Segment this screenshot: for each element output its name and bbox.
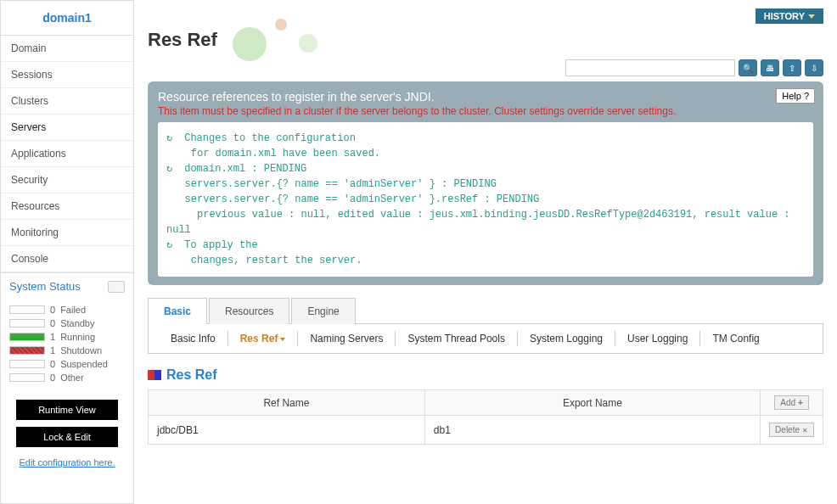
status-running: 1Running: [9, 330, 125, 344]
edit-config-link[interactable]: Edit configuration here.: [1, 454, 133, 476]
search-icon[interactable]: 🔍: [739, 59, 757, 76]
nav-item-servers[interactable]: Servers: [1, 115, 133, 141]
nav-item-clusters[interactable]: Clusters: [1, 88, 133, 115]
tab-engine[interactable]: Engine: [291, 298, 355, 324]
runtime-view-button[interactable]: Runtime View: [16, 400, 118, 420]
subtab-tm-config[interactable]: TM Config: [700, 331, 771, 346]
status-failed: 0Failed: [9, 303, 125, 316]
nav-item-security[interactable]: Security: [1, 167, 133, 193]
sidebar: domain1 Domain Sessions Clusters Servers…: [0, 0, 134, 504]
tab-resources[interactable]: Resources: [209, 298, 289, 324]
plus-icon: [798, 398, 803, 407]
export-icon[interactable]: ⇪: [783, 59, 801, 76]
nav-item-sessions[interactable]: Sessions: [1, 62, 133, 88]
subtab-user-logging[interactable]: User Logging: [615, 331, 700, 346]
system-status-label: System Status: [9, 280, 81, 293]
nav-item-monitoring[interactable]: Monitoring: [1, 220, 133, 246]
chevron-down-icon: [808, 14, 815, 19]
history-button[interactable]: HISTORY: [756, 8, 823, 24]
subtab-res-ref[interactable]: Res Ref: [228, 331, 299, 346]
section-title: Res Ref: [148, 367, 823, 383]
delete-button[interactable]: Delete: [769, 423, 814, 437]
subtab-system-logging[interactable]: System Logging: [518, 331, 615, 346]
col-export-name: Export Name: [424, 390, 760, 416]
refresh-icon: ↻: [166, 238, 178, 253]
print-icon[interactable]: 🖶: [761, 59, 779, 76]
history-label: HISTORY: [764, 11, 805, 21]
info-title: Resource references to register in the s…: [158, 90, 813, 104]
tab-basic[interactable]: Basic: [148, 298, 207, 324]
help-button[interactable]: Help ?: [776, 88, 815, 104]
cell-export-name: db1: [424, 416, 760, 445]
status-list: 0Failed 0Standby 1Running 1Shutdown 0Sus…: [1, 300, 133, 393]
info-box: Help ? Resource references to register i…: [148, 81, 823, 285]
status-refresh-icon[interactable]: [108, 281, 125, 293]
col-ref-name: Ref Name: [149, 390, 425, 416]
import-icon[interactable]: ⇩: [805, 59, 823, 76]
status-suspended: 0Suspended: [9, 357, 125, 371]
nav-item-domain[interactable]: Domain: [1, 36, 133, 62]
domain-title: domain1: [1, 1, 133, 36]
refresh-icon: ↻: [166, 131, 178, 146]
nav-item-applications[interactable]: Applications: [1, 141, 133, 167]
main-content: HISTORY Res Ref 🔍 🖶 ⇪ ⇩ Help ? Resource …: [134, 0, 837, 504]
refresh-icon: ↻: [166, 161, 178, 176]
table-row[interactable]: jdbc/DB1 db1 Delete: [149, 416, 823, 445]
delete-icon: [802, 425, 808, 434]
search-input[interactable]: [565, 59, 735, 76]
lock-edit-button[interactable]: Lock & Edit: [16, 427, 118, 447]
add-button[interactable]: Add: [774, 395, 809, 410]
chevron-down-icon: [280, 338, 285, 341]
cell-ref-name: jdbc/DB1: [149, 416, 425, 445]
flag-icon: [148, 370, 161, 380]
sub-tabs: Basic Info Res Ref Naming Servers System…: [148, 324, 823, 354]
subtab-naming-servers[interactable]: Naming Servers: [298, 331, 396, 346]
status-shutdown: 1Shutdown: [9, 344, 125, 357]
help-icon: ?: [804, 91, 809, 101]
status-standby: 0Standby: [9, 316, 125, 330]
main-tabs: Basic Resources Engine: [148, 297, 823, 324]
code-box: ↻ Changes to the configuration for domai…: [158, 122, 813, 277]
nav-item-console[interactable]: Console: [1, 246, 133, 272]
info-warning: This item must be specified in a cluster…: [158, 105, 813, 117]
status-other: 0Other: [9, 371, 125, 384]
subtab-system-thread-pools[interactable]: System Thread Pools: [396, 331, 518, 346]
col-action: Add: [761, 390, 823, 416]
subtab-basic-info[interactable]: Basic Info: [159, 331, 228, 346]
res-ref-table: Ref Name Export Name Add jdbc/DB1 db1 De…: [148, 389, 823, 445]
page-title: Res Ref: [148, 29, 823, 51]
system-status-header: System Status: [1, 272, 133, 300]
nav-item-resources[interactable]: Resources: [1, 193, 133, 220]
